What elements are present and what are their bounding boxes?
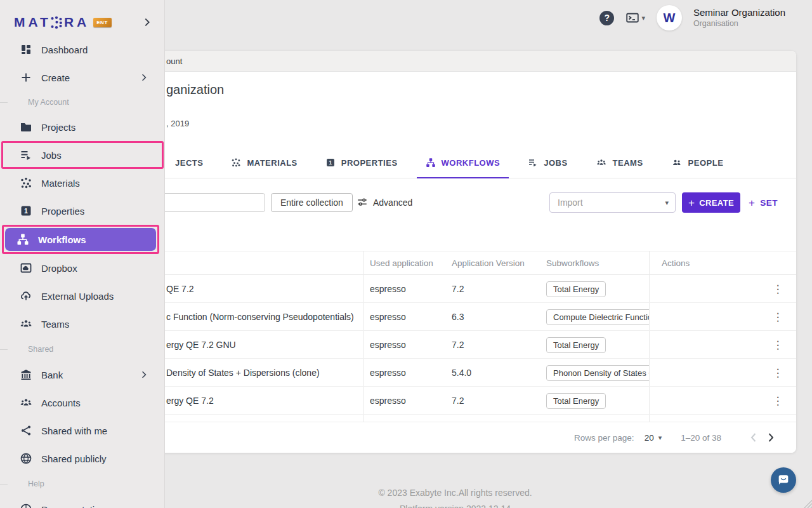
- section-help: Help: [0, 472, 164, 495]
- org-block[interactable]: Seminar Organization Organisation: [693, 7, 785, 29]
- tab-people[interactable]: PEOPLE: [662, 147, 733, 178]
- rows-per-page-value: 20: [645, 433, 654, 443]
- help-icon[interactable]: ?: [599, 11, 614, 25]
- pagination-bar: Rows per page: 20 ▾ 1–20 of 38: [114, 422, 796, 453]
- column-used-application[interactable]: Used application: [370, 251, 433, 275]
- entire-collection-button[interactable]: Entire collection: [271, 193, 353, 212]
- set-label: SET: [760, 198, 777, 208]
- application-version: 7.2: [452, 331, 464, 359]
- chat-button[interactable]: [771, 467, 796, 493]
- workflow-name[interactable]: ergy QE 7.2: [166, 387, 214, 415]
- logo-text-right: RA: [64, 15, 89, 30]
- table-row[interactable]: ergy QE 7.2 espresso 7.2 Total Energy ⋮: [114, 387, 796, 415]
- sidebar-item-label: Dropbox: [41, 263, 77, 274]
- chevron-down-icon: ▾: [665, 199, 669, 207]
- create-button[interactable]: + CREATE: [682, 192, 740, 213]
- column-subworkflows[interactable]: Subworkflows: [546, 251, 599, 275]
- people-icon: [671, 157, 683, 168]
- next-page-button[interactable]: [762, 429, 780, 446]
- tune-icon: [357, 197, 368, 208]
- sidebar-item-label: Projects: [41, 122, 75, 133]
- mat3ra-logo[interactable]: MAT RA: [14, 15, 89, 30]
- section-my-account: My Account: [0, 91, 164, 113]
- ent-badge: ENT: [93, 18, 112, 27]
- row-actions-menu[interactable]: ⋮: [771, 331, 784, 359]
- documentation-icon: [19, 503, 33, 508]
- advanced-label: Advanced: [373, 197, 412, 208]
- tab-label: JOBS: [544, 158, 567, 168]
- logo-dots-glyph: [50, 16, 63, 29]
- table-header: Used application Application Version Sub…: [114, 251, 796, 275]
- sidebar-collapse-button[interactable]: [141, 17, 153, 28]
- row-actions-menu[interactable]: ⋮: [771, 275, 784, 303]
- sidebar-item-create[interactable]: Create: [0, 64, 164, 91]
- advanced-filter-button[interactable]: Advanced: [357, 193, 412, 212]
- workflow-name[interactable]: ergy QE 7.2 GNU: [166, 331, 236, 359]
- column-application-version[interactable]: Application Version: [452, 251, 525, 275]
- cloud-upload-icon: [19, 290, 33, 302]
- workflow-name[interactable]: QE 7.2: [166, 275, 194, 303]
- sidebar-item-projects[interactable]: Projects: [0, 113, 164, 141]
- table-row[interactable]: Density of States + Dispersions (clone) …: [114, 359, 796, 387]
- copyright-text: © 2023 Exabyte Inc.All rights reserved.: [114, 485, 796, 501]
- globe-icon: [19, 452, 33, 465]
- logo-row: MAT RA ENT: [0, 9, 164, 36]
- sidebar-nav: Dashboard Create My Account Projects Job…: [0, 36, 164, 508]
- sidebar-item-dashboard[interactable]: Dashboard: [0, 36, 164, 64]
- console-menu[interactable]: ▾: [625, 11, 645, 24]
- sidebar-item-bank[interactable]: Bank: [0, 361, 164, 389]
- chevron-right-icon: [139, 370, 149, 380]
- tab-properties[interactable]: 1 PROPERTIES: [317, 147, 407, 178]
- sidebar-item-dropbox[interactable]: Dropbox: [0, 254, 164, 282]
- workflows-icon: [16, 233, 30, 246]
- chevron-right-icon: [139, 72, 149, 83]
- previous-page-button[interactable]: [744, 429, 762, 446]
- row-actions-menu[interactable]: ⋮: [771, 303, 784, 331]
- set-button[interactable]: + SET: [749, 192, 778, 213]
- sidebar-item-shared-publicly[interactable]: Shared publicly: [0, 444, 164, 472]
- tab-materials[interactable]: MATERIALS: [222, 147, 306, 178]
- terminal-icon: [625, 11, 639, 24]
- sidebar-item-shared-with-me[interactable]: Shared with me: [0, 417, 164, 444]
- used-application: espresso: [370, 359, 406, 387]
- sidebar-item-documentation[interactable]: Documentation: [0, 495, 164, 508]
- sidebar-item-label: Workflows: [38, 234, 86, 245]
- sidebar-item-jobs[interactable]: Jobs: [3, 143, 162, 167]
- breadcrumb-text[interactable]: ount: [166, 57, 182, 66]
- tab-jobs[interactable]: JOBS: [519, 147, 576, 178]
- sidebar-item-workflows[interactable]: Workflows: [5, 228, 156, 251]
- plus-icon: +: [688, 197, 695, 208]
- properties-icon: 1: [19, 204, 33, 217]
- workflow-name[interactable]: Density of States + Dispersions (clone): [166, 359, 320, 387]
- avatar[interactable]: W: [657, 5, 682, 30]
- sidebar-item-materials[interactable]: Materials: [0, 169, 164, 197]
- tab-workflows[interactable]: WORKFLOWS: [417, 147, 509, 178]
- sidebar-item-properties[interactable]: 1 Properties: [0, 197, 164, 225]
- table-row[interactable]: ergy QE 7.2 GNU espresso 7.2 Total Energ…: [114, 331, 796, 359]
- tab-bar: JECTS MATERIALS 1 PROPERTIES WORKFLOWS J…: [114, 147, 796, 178]
- rows-per-page-select[interactable]: 20 ▾: [645, 433, 662, 443]
- workflow-name[interactable]: c Function (Norm-conserving Pseudopotent…: [166, 303, 354, 331]
- tab-teams[interactable]: TEAMS: [587, 147, 652, 178]
- jobs-highlight-box: Jobs: [1, 141, 164, 169]
- sidebar-item-teams[interactable]: Teams: [0, 310, 164, 338]
- row-actions-menu[interactable]: ⋮: [771, 387, 784, 415]
- tab-label: WORKFLOWS: [442, 158, 501, 168]
- sidebar-item-external-uploads[interactable]: External Uploads: [0, 282, 164, 310]
- dropbox-icon: [19, 262, 33, 274]
- import-select[interactable]: Import ▾: [549, 192, 676, 213]
- sidebar-item-label: Jobs: [41, 150, 62, 161]
- org-type: Organisation: [693, 19, 785, 29]
- subworkflow-chip: Compute Dielectric Function: [546, 309, 649, 325]
- page-footer: © 2023 Exabyte Inc.All rights reserved. …: [114, 485, 796, 508]
- bank-icon: [19, 368, 33, 381]
- tab-projects[interactable]: JECTS: [166, 147, 212, 178]
- tab-label: JECTS: [175, 158, 203, 168]
- tab-label: TEAMS: [613, 158, 643, 168]
- table-row[interactable]: QE 7.2 espresso 7.2 Total Energy ⋮: [114, 275, 796, 303]
- breadcrumb: ount: [114, 51, 796, 72]
- sidebar-item-accounts[interactable]: Accounts: [0, 389, 164, 417]
- subworkflow-chip: Total Energy: [546, 337, 606, 353]
- row-actions-menu[interactable]: ⋮: [771, 359, 784, 387]
- table-row[interactable]: c Function (Norm-conserving Pseudopotent…: [114, 303, 796, 331]
